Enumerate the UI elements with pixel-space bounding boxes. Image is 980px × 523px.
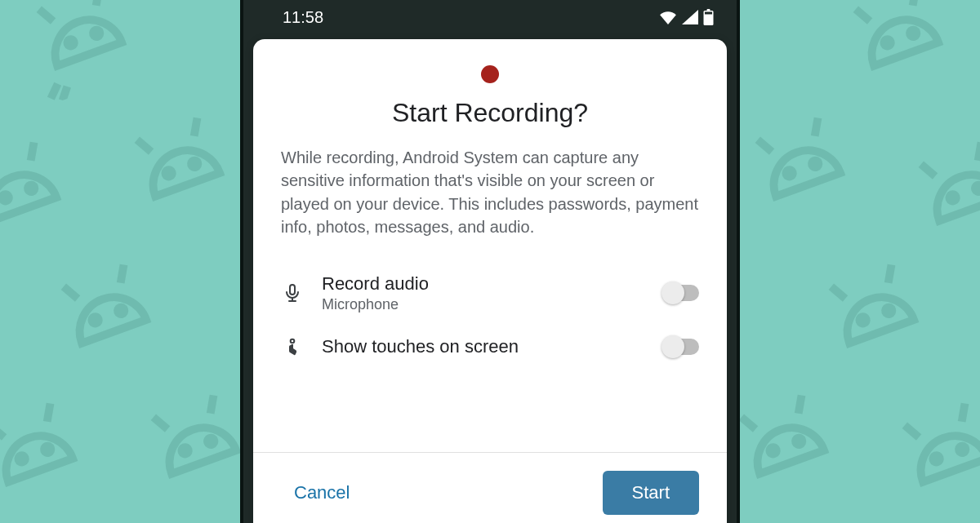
svg-line-26 (856, 6, 870, 24)
svg-point-24 (180, 446, 189, 455)
svg-line-34 (758, 136, 772, 154)
option-show-touches[interactable]: Show touches on screen (281, 325, 699, 369)
svg-line-42 (905, 422, 919, 440)
start-button[interactable]: Start (603, 471, 699, 515)
cell-signal-icon (682, 10, 698, 24)
svg-line-22 (154, 414, 167, 432)
svg-line-31 (973, 142, 980, 160)
svg-point-36 (785, 169, 794, 178)
dialog-title: Start Recording? (281, 98, 699, 128)
svg-point-13 (190, 159, 199, 168)
svg-line-38 (831, 283, 845, 301)
svg-line-19 (42, 403, 56, 421)
svg-line-30 (921, 161, 935, 179)
svg-line-35 (809, 117, 823, 135)
record-audio-toggle[interactable] (663, 285, 699, 301)
option-record-audio-subtitle: Microphone (322, 296, 645, 313)
svg-line-15 (115, 264, 129, 282)
svg-point-9 (27, 184, 36, 193)
dialog-description: While recording, Android System can capt… (281, 146, 699, 239)
svg-line-1 (91, 0, 105, 6)
svg-point-12 (164, 169, 173, 178)
svg-line-47 (793, 395, 807, 413)
svg-line-14 (64, 283, 78, 301)
start-recording-dialog: Start Recording? While recording, Androi… (253, 39, 727, 523)
svg-line-10 (137, 136, 151, 154)
svg-point-41 (884, 306, 893, 315)
cancel-button[interactable]: Cancel (287, 474, 356, 512)
svg-point-40 (858, 316, 867, 325)
battery-icon (703, 9, 714, 25)
svg-point-16 (91, 316, 100, 325)
svg-rect-53 (290, 285, 295, 295)
svg-point-2 (66, 38, 75, 47)
svg-point-29 (909, 29, 918, 38)
status-icons (659, 9, 714, 25)
svg-line-18 (0, 422, 4, 440)
svg-line-5 (59, 86, 71, 100)
svg-line-43 (956, 403, 970, 421)
svg-point-45 (958, 445, 967, 454)
svg-point-49 (795, 437, 804, 445)
svg-point-17 (117, 306, 126, 315)
option-show-touches-title: Show touches on screen (322, 336, 645, 357)
svg-line-11 (189, 117, 203, 135)
svg-point-33 (974, 184, 980, 193)
wifi-icon (659, 10, 677, 24)
microphone-icon (281, 282, 304, 304)
dialog-actions: Cancel Start (253, 452, 727, 523)
status-time: 11:58 (283, 8, 323, 27)
svg-point-8 (1, 193, 10, 202)
phone-frame: 11:58 Start Recording? While recordi (240, 0, 740, 523)
svg-line-4 (47, 84, 62, 99)
status-bar: 11:58 (243, 0, 737, 34)
svg-rect-52 (705, 12, 712, 15)
svg-point-32 (948, 193, 957, 202)
svg-line-27 (907, 0, 921, 6)
svg-point-37 (811, 159, 820, 168)
svg-point-25 (207, 437, 216, 445)
svg-line-39 (883, 264, 897, 282)
svg-line-7 (25, 142, 39, 160)
svg-line-0 (39, 6, 53, 24)
svg-point-28 (883, 38, 892, 47)
svg-line-46 (742, 414, 755, 432)
record-indicator-icon (481, 65, 499, 83)
option-record-audio-title: Record audio (322, 273, 645, 295)
svg-point-20 (17, 454, 26, 463)
show-touches-toggle[interactable] (663, 339, 699, 355)
svg-point-48 (768, 446, 777, 455)
svg-rect-51 (707, 9, 710, 11)
svg-line-23 (205, 395, 219, 413)
option-record-audio[interactable]: Record audio Microphone (281, 262, 699, 325)
svg-point-44 (932, 454, 941, 463)
touch-icon (281, 336, 304, 357)
svg-point-56 (291, 339, 295, 343)
svg-point-21 (43, 445, 52, 454)
svg-point-3 (92, 29, 101, 38)
